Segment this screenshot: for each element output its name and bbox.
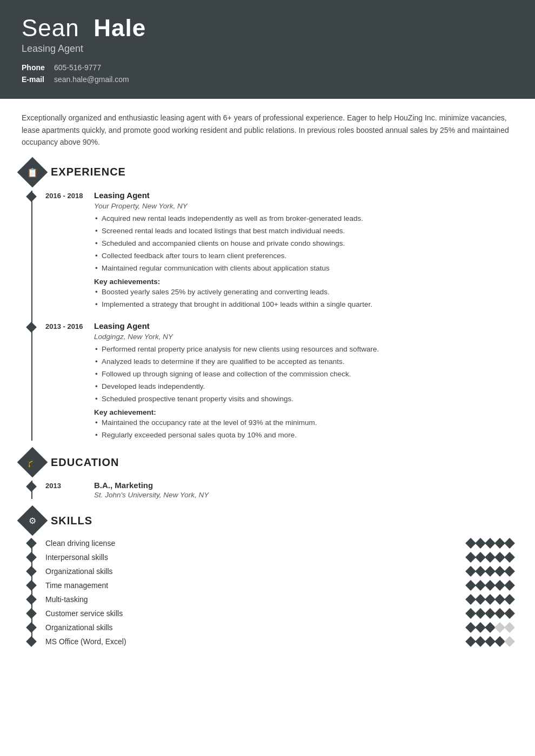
achievement-item: Regularly exceeded personal sales quota … [102, 430, 513, 441]
dot-empty [504, 637, 515, 647]
dot-filled [475, 552, 486, 563]
skill-name: Organizational skills [45, 567, 113, 576]
email-row: E-mail sean.hale@gmail.com [22, 75, 513, 84]
dot-filled [465, 552, 476, 563]
experience-item: 2016 - 2018Leasing AgentYour Property, N… [32, 191, 513, 310]
dot-filled [494, 566, 505, 577]
bullet-item: Collected feedback after tours to learn … [102, 251, 513, 262]
bullet-item: Followed up through signing of lease and… [102, 369, 513, 380]
skill-dots [467, 610, 513, 617]
skill-item: Time management [32, 581, 513, 590]
dot-filled [504, 595, 515, 605]
email-label: E-mail [22, 75, 54, 84]
skill-dots [467, 638, 513, 645]
job-dates: 2016 - 2018 [45, 191, 94, 201]
bullet-item: Maintained regular communication with cl… [102, 263, 513, 274]
bullet-item: Scheduled and accompanied clients on hou… [102, 238, 513, 249]
skill-dots [467, 539, 513, 547]
dot-filled [465, 595, 476, 605]
skills-title: SKILLS [51, 515, 92, 527]
phone-value: 605-516-9777 [54, 63, 101, 72]
experience-title: EXPERIENCE [51, 166, 126, 178]
edu-degree: B.A., Marketing [94, 481, 153, 490]
skills-icon: ⚙ [17, 505, 48, 536]
dot-filled [494, 552, 505, 563]
dot-filled [485, 580, 496, 591]
header: Sean Hale Leasing Agent Phone 605-516-97… [0, 0, 535, 99]
skill-item: Organizational skills [32, 623, 513, 632]
skill-name: MS Office (Word, Excel) [45, 637, 126, 646]
skill-name: Multi-tasking [45, 595, 88, 604]
dot-filled [494, 595, 505, 605]
dot-filled [465, 623, 476, 633]
bullet-item: Developed leads independently. [102, 381, 513, 393]
skill-dots [467, 554, 513, 561]
skill-item: Interpersonal skills [32, 553, 513, 562]
skill-item: Customer service skills [32, 609, 513, 618]
skill-name: Customer service skills [45, 609, 123, 618]
job-company: Your Property, New York, NY [94, 202, 513, 210]
skill-dots [467, 596, 513, 603]
first-name: Sean [22, 15, 79, 41]
skills-header: ⚙ SKILLS [22, 510, 513, 531]
skill-dots [467, 582, 513, 589]
edu-school: St. John's University, New York, NY [94, 491, 513, 499]
achievement-item: Boosted yearly sales 25% by actively gen… [102, 287, 513, 298]
skill-item: Multi-tasking [32, 595, 513, 604]
bullet-item: Analyzed leads to determine if they are … [102, 356, 513, 368]
skill-item: Clean driving license [32, 539, 513, 548]
dot-filled [485, 566, 496, 577]
dot-filled [475, 623, 486, 633]
experience-section: 📋 EXPERIENCE 2016 - 2018Leasing AgentYou… [22, 161, 513, 441]
edu-year: 2013 [45, 482, 94, 490]
phone-label: Phone [22, 63, 54, 72]
candidate-title: Leasing Agent [22, 43, 513, 55]
experience-icon: 📋 [17, 157, 48, 187]
dot-filled [465, 637, 476, 647]
candidate-name: Sean Hale [22, 15, 513, 41]
job-company: Lodgingz, New York, NY [94, 333, 513, 341]
skill-dots [467, 624, 513, 631]
dot-filled [465, 566, 476, 577]
dot-filled [485, 637, 496, 647]
dot-filled [485, 623, 496, 633]
phone-row: Phone 605-516-9777 [22, 63, 513, 72]
last-name: Hale [93, 15, 146, 41]
dot-filled [504, 609, 515, 619]
experience-timeline: 2016 - 2018Leasing AgentYour Property, N… [31, 191, 513, 441]
dot-filled [465, 580, 476, 591]
dot-filled [494, 609, 505, 619]
bullet-item: Scheduled prospective tenant property vi… [102, 394, 513, 405]
dot-filled [475, 609, 486, 619]
skills-section: ⚙ SKILLS Clean driving licenseInterperso… [22, 510, 513, 646]
bullet-item: Performed rental property price analysis… [102, 344, 513, 355]
skill-dots [467, 568, 513, 575]
education-icon: 🎓 [17, 447, 48, 478]
skill-item: Organizational skills [32, 567, 513, 576]
achievement-item: Maintained the occupancy rate at the lev… [102, 417, 513, 429]
summary-text: Exceptionally organized and enthusiastic… [22, 112, 513, 148]
contact-info: Phone 605-516-9777 E-mail sean.hale@gmai… [22, 63, 513, 84]
dot-filled [504, 538, 515, 549]
dot-filled [475, 595, 486, 605]
experience-item: 2013 - 2016Leasing AgentLodgingz, New Yo… [32, 321, 513, 441]
dot-filled [475, 566, 486, 577]
dot-filled [504, 566, 515, 577]
dot-filled [494, 637, 505, 647]
email-value: sean.hale@gmail.com [54, 75, 129, 84]
dot-filled [475, 580, 486, 591]
dot-filled [485, 538, 496, 549]
job-title: Leasing Agent [94, 321, 150, 330]
education-item: 2013B.A., MarketingSt. John's University… [32, 481, 513, 499]
skill-name: Time management [45, 581, 108, 590]
skill-item: MS Office (Word, Excel) [32, 637, 513, 646]
skill-name: Interpersonal skills [45, 553, 108, 562]
achievements-label: Key achievements: [94, 278, 513, 286]
education-timeline: 2013B.A., MarketingSt. John's University… [31, 481, 513, 499]
dot-filled [465, 538, 476, 549]
dot-empty [494, 623, 505, 633]
bullet-item: Screened rental leads and located listin… [102, 226, 513, 237]
main-content: Exceptionally organized and enthusiastic… [0, 99, 535, 670]
experience-header: 📋 EXPERIENCE [22, 161, 513, 183]
achievement-item: Implemented a strategy that brought in a… [102, 299, 513, 310]
